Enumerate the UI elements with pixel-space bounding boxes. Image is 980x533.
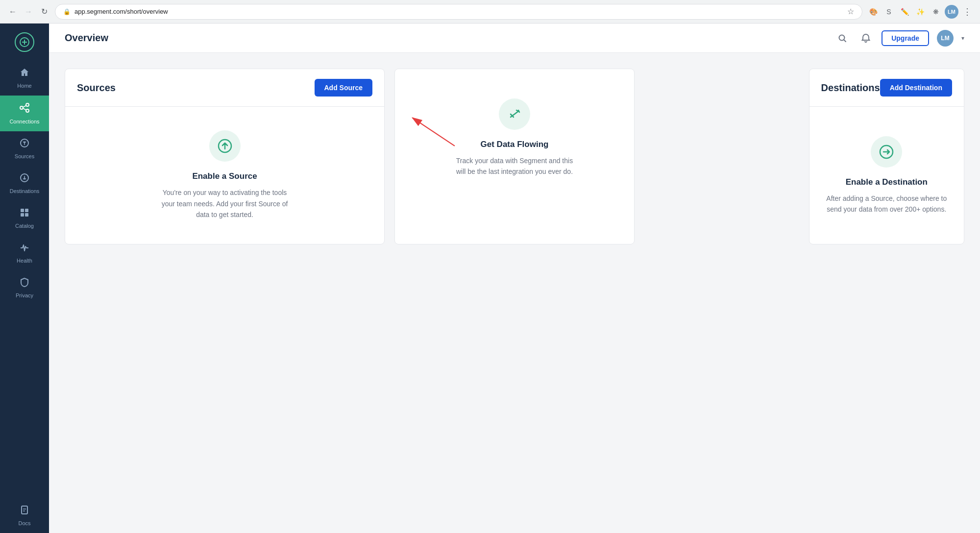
url-text: app.segment.com/short/overview (74, 8, 843, 15)
ext-color-icon[interactable]: 🎨 (866, 5, 880, 19)
top-header: Overview Upgrade LM ▾ (49, 24, 980, 53)
overview-cards: Sources Add Source Enable a Source You'r… (65, 69, 964, 244)
star-icon[interactable]: ☆ (847, 7, 854, 16)
svg-line-6 (23, 106, 26, 108)
ext-pen-icon[interactable]: ✏️ (898, 5, 911, 19)
privacy-label: Privacy (16, 292, 33, 298)
sidebar-item-connections[interactable]: Connections (0, 96, 49, 131)
header-actions: Upgrade LM ▾ (834, 30, 964, 47)
svg-rect-13 (25, 213, 28, 217)
sources-card-body: Enable a Source You're on your way to ac… (65, 107, 384, 244)
svg-line-7 (23, 108, 26, 110)
destinations-label: Destinations (10, 188, 40, 194)
page-title: Overview (65, 32, 108, 44)
app-container: Home Connections Sources (0, 24, 980, 533)
destinations-description: After adding a Source, choose where to s… (823, 193, 950, 215)
middle-description: Track your data with Segment and this wi… (451, 155, 578, 177)
home-label: Home (17, 83, 31, 89)
catalog-label: Catalog (15, 223, 34, 229)
health-icon (20, 242, 29, 255)
svg-rect-10 (21, 209, 24, 212)
sidebar-item-catalog[interactable]: Catalog (0, 201, 49, 236)
sidebar-item-destinations[interactable]: Destinations (0, 166, 49, 201)
search-button[interactable] (834, 30, 850, 46)
sidebar-logo (0, 24, 49, 61)
sidebar-item-home[interactable]: Home (0, 61, 49, 96)
ext-star2-icon[interactable]: ✨ (913, 5, 927, 19)
segment-logo (15, 32, 34, 52)
sources-card: Sources Add Source Enable a Source You'r… (65, 69, 385, 244)
address-bar[interactable]: 🔒 app.segment.com/short/overview ☆ (55, 4, 862, 20)
svg-point-3 (20, 106, 23, 109)
privacy-icon (20, 277, 29, 290)
sources-label: Sources (15, 153, 34, 159)
browser-profile[interactable]: LM (945, 5, 958, 19)
middle-card: Get Data Flowing Track your data with Se… (394, 69, 635, 244)
sources-description: You're on your way to activating the too… (161, 187, 289, 220)
browser-nav-buttons: ← → ↻ (6, 5, 51, 19)
destinations-icon-circle (871, 136, 902, 168)
svg-point-5 (26, 109, 29, 112)
ext-asterisk-icon[interactable]: ❋ (929, 5, 943, 19)
upgrade-button[interactable]: Upgrade (882, 30, 929, 46)
sidebar-item-sources[interactable]: Sources (0, 131, 49, 166)
destinations-icon (20, 173, 29, 185)
add-source-button[interactable]: Add Source (315, 79, 373, 97)
sidebar-item-health[interactable]: Health (0, 236, 49, 270)
sources-card-header: Sources Add Source (65, 69, 384, 107)
destinations-card-body: Enable a Destination After adding a Sour… (809, 107, 964, 244)
back-button[interactable]: ← (6, 5, 20, 19)
sidebar-item-docs[interactable]: Docs (0, 498, 49, 533)
destinations-card: Destinations Add Destination Enable a De… (809, 69, 964, 244)
health-label: Health (17, 258, 32, 264)
sources-icon (20, 138, 29, 150)
sidebar-item-privacy[interactable]: Privacy (0, 270, 49, 305)
reload-button[interactable]: ↻ (37, 5, 51, 19)
home-icon (20, 68, 29, 80)
docs-label: Docs (18, 520, 30, 526)
middle-heading: Get Data Flowing (481, 140, 549, 149)
sources-icon-circle (209, 130, 241, 162)
lock-icon: 🔒 (63, 8, 71, 15)
sources-card-title: Sources (77, 82, 116, 94)
user-dropdown-arrow[interactable]: ▾ (961, 35, 964, 42)
destinations-card-header: Destinations Add Destination (809, 69, 964, 107)
content-area: Sources Add Source Enable a Source You'r… (49, 53, 980, 533)
connections-icon (19, 102, 30, 116)
user-avatar[interactable]: LM (937, 30, 954, 47)
more-options-icon[interactable]: ⋮ (960, 5, 974, 19)
sidebar: Home Connections Sources (0, 24, 49, 533)
browser-extension-icons: 🎨 S ✏️ ✨ ❋ LM ⋮ (866, 5, 974, 19)
svg-point-4 (26, 103, 29, 106)
destinations-card-title: Destinations (821, 82, 880, 94)
docs-icon (20, 505, 29, 517)
destinations-heading: Enable a Destination (846, 177, 928, 187)
svg-rect-12 (21, 213, 24, 217)
catalog-icon (20, 208, 29, 220)
forward-button[interactable]: → (22, 5, 35, 19)
connections-label: Connections (9, 119, 39, 124)
add-destination-button[interactable]: Add Destination (880, 79, 952, 97)
middle-card-body: Get Data Flowing Track your data with Se… (395, 69, 634, 207)
data-flowing-icon-circle (499, 98, 530, 130)
svg-rect-11 (25, 209, 28, 212)
notification-button[interactable] (858, 30, 874, 46)
browser-chrome: ← → ↻ 🔒 app.segment.com/short/overview ☆… (0, 0, 980, 24)
svg-line-17 (844, 40, 846, 42)
sources-heading: Enable a Source (192, 171, 257, 181)
main-content: Overview Upgrade LM ▾ (49, 24, 980, 533)
ext-s-icon[interactable]: S (882, 5, 896, 19)
